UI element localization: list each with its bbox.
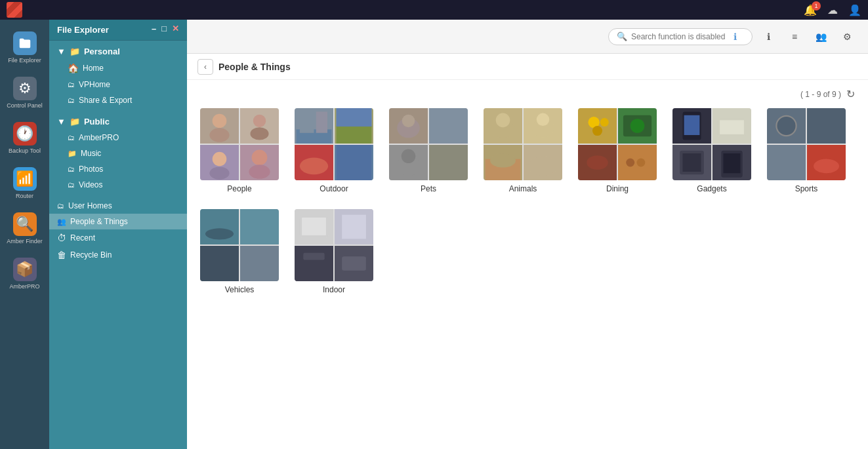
thumb-cell	[295, 209, 333, 244]
search-input[interactable]	[631, 32, 730, 41]
sidebar-item-videos[interactable]: 🗂 Videos	[60, 177, 187, 193]
svg-rect-49	[809, 108, 844, 144]
svg-rect-11	[337, 126, 372, 144]
svg-rect-44	[682, 153, 701, 172]
expand-icon: ▼	[57, 47, 66, 56]
sidebar-item-recent[interactable]: ⏱ Recent	[49, 229, 187, 246]
personal-header[interactable]: ▼ 📁 Personal	[49, 43, 187, 60]
music-folder-icon: 📁	[68, 149, 77, 158]
thumb-cell	[429, 145, 468, 180]
category-item-sports[interactable]: Sports	[767, 108, 846, 193]
thumb-cell	[335, 108, 373, 144]
svg-point-31	[592, 126, 602, 136]
sidebar-item-vphome[interactable]: 🗂 VPHome	[60, 77, 187, 92]
category-item-indoor[interactable]: Indoor	[295, 209, 373, 294]
category-label-vehicles: Vehicles	[225, 285, 255, 294]
main-layout: File Explorer ⚙ Control Panel 🕐 Backup T…	[0, 20, 868, 449]
info-icon[interactable]: ℹ	[734, 31, 737, 42]
bell-icon[interactable]: 🔔 1	[804, 4, 817, 16]
expand-icon-public: ▼	[57, 117, 66, 127]
thumb-cell	[578, 108, 617, 144]
amberpro-icon: 📦	[13, 258, 37, 281]
category-item-dining[interactable]: Dining	[578, 108, 657, 193]
sidebar-item-router[interactable]: 📶 Router	[3, 162, 46, 205]
sidebar-item-user-homes[interactable]: 🗂 User Homes	[49, 198, 187, 214]
back-button[interactable]: ‹	[197, 59, 213, 75]
svg-rect-59	[302, 218, 326, 235]
icon-sidebar: File Explorer ⚙ Control Panel 🕐 Backup T…	[0, 20, 49, 449]
sidebar-item-photos[interactable]: 🗂 Photos	[60, 161, 187, 177]
backup-tool-icon: 🕐	[13, 122, 37, 146]
thumb-cell	[240, 108, 279, 144]
category-thumbnail-people	[200, 108, 279, 180]
window-restore-btn[interactable]: □	[161, 24, 167, 33]
category-item-animals[interactable]: Animals	[484, 108, 562, 193]
svg-point-52	[814, 159, 839, 174]
category-item-people[interactable]: People	[200, 108, 279, 193]
window-minimize-btn[interactable]: –	[152, 24, 156, 33]
thumb-cell	[713, 145, 751, 180]
public-header[interactable]: ▼ 📁 Public	[49, 113, 187, 130]
thumb-cell	[672, 145, 711, 180]
svg-point-54	[205, 228, 234, 239]
category-grid: People	[200, 108, 855, 307]
category-label-animals: Animals	[509, 184, 537, 193]
svg-point-14	[300, 157, 328, 174]
thumb-cell	[295, 246, 333, 281]
people-things-icon: 👥	[57, 218, 66, 226]
cloud-icon[interactable]: ☁	[827, 4, 838, 16]
sidebar-item-file-explorer[interactable]: File Explorer	[3, 26, 46, 69]
thumb-cell	[578, 145, 617, 180]
sidebar-item-music[interactable]: 📁 Music	[60, 146, 187, 161]
thumb-cell	[767, 145, 806, 180]
sidebar-item-control-panel[interactable]: ⚙ Control Panel	[3, 71, 46, 114]
svg-point-25	[537, 113, 549, 126]
breadcrumb: People & Things	[218, 62, 291, 72]
svg-point-6	[252, 150, 268, 166]
svg-point-23	[496, 113, 510, 128]
svg-rect-18	[431, 108, 466, 144]
refresh-button[interactable]: ↻	[846, 88, 855, 100]
svg-point-4	[213, 152, 227, 166]
file-sidebar-header: File Explorer – □ ✕	[49, 20, 187, 41]
thumb-cell	[389, 108, 428, 144]
thumb-cell	[200, 209, 239, 244]
svg-rect-61	[342, 215, 366, 239]
category-item-gadgets[interactable]: Gadgets	[672, 108, 751, 193]
category-label-people: People	[227, 184, 251, 193]
home-folder-icon: 🏠	[68, 63, 79, 73]
top-bar-left	[7, 2, 22, 18]
sidebar-item-amberpro[interactable]: 🗂 AmberPRO	[60, 130, 187, 146]
svg-point-27	[490, 153, 516, 168]
sidebar-item-share-export[interactable]: 🗂 Share & Export	[60, 92, 187, 108]
user-icon[interactable]: 👤	[848, 4, 861, 16]
category-item-outdoor[interactable]: Outdoor	[295, 108, 373, 193]
category-item-vehicles[interactable]: Vehicles	[200, 209, 279, 294]
window-close-btn[interactable]: ✕	[172, 24, 179, 33]
sidebar-item-amber-finder[interactable]: 🔍 Amber Finder	[3, 207, 46, 250]
thumb-cell	[240, 145, 279, 180]
svg-point-33	[630, 119, 645, 133]
sidebar-item-people-things[interactable]: 👥 People & Things	[49, 214, 187, 229]
sidebar-item-amberpro[interactable]: 📦 AmberPRO	[3, 252, 46, 295]
share-button[interactable]: ≡	[784, 26, 805, 47]
thumb-cell	[200, 108, 239, 144]
category-thumbnail-gadgets	[672, 108, 751, 180]
category-item-pets[interactable]: Pets	[389, 108, 468, 193]
thumb-cell	[618, 145, 657, 180]
sidebar-item-home[interactable]: 🏠 Home	[60, 60, 187, 77]
control-panel-icon: ⚙	[13, 77, 37, 100]
svg-point-38	[636, 159, 645, 167]
category-label-pets: Pets	[421, 184, 436, 193]
search-bar[interactable]: 🔍 ℹ	[608, 28, 753, 45]
settings-button[interactable]: ⚙	[837, 26, 858, 47]
sidebar-item-backup-tool[interactable]: 🕐 Backup Tool	[3, 117, 46, 159]
file-explorer-icon	[13, 31, 37, 55]
other-section: 🗂 User Homes 👥 People & Things ⏱ Recent …	[49, 195, 187, 266]
thumb-cell	[240, 209, 279, 244]
sidebar-item-recycle-bin[interactable]: 🗑 Recycle Bin	[49, 246, 187, 264]
info-button[interactable]: ℹ	[758, 26, 779, 47]
recent-icon: ⏱	[57, 233, 66, 243]
thumb-cell	[807, 145, 846, 180]
people-button[interactable]: 👥	[810, 26, 831, 47]
